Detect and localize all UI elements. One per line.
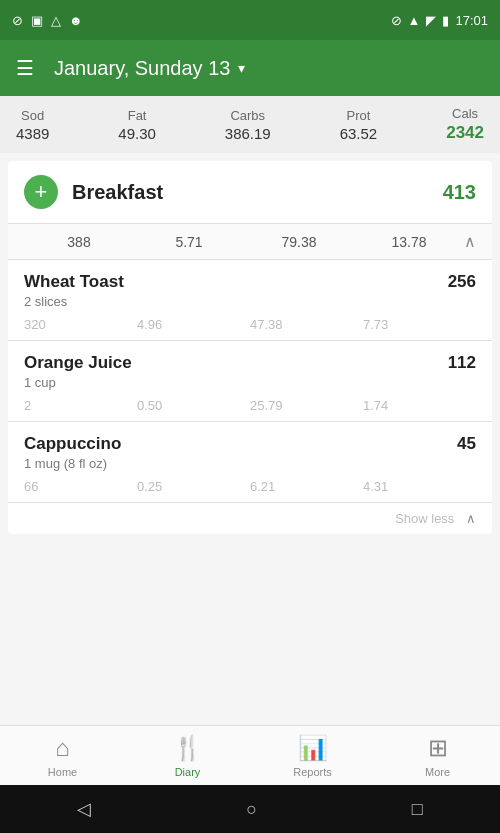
wt-carbs: 47.38 <box>250 317 363 332</box>
cals-value: 2342 <box>446 123 484 143</box>
add-food-button[interactable]: + <box>24 175 58 209</box>
cap-sod: 66 <box>24 479 137 494</box>
nutrition-summary: Sod 4389 Fat 49.30 Carbs 386.19 Prot 63.… <box>0 96 500 153</box>
clock: 17:01 <box>455 13 488 28</box>
toolbar-title: January, Sunday 13 ▾ <box>54 57 484 80</box>
recent-button[interactable]: □ <box>412 799 423 820</box>
food-nutrients-orange-juice: 2 0.50 25.79 1.74 <box>24 394 476 413</box>
sod-label: Sod <box>21 108 44 123</box>
food-calories-orange-juice: 112 <box>448 353 476 373</box>
meal-name: Breakfast <box>72 181 443 204</box>
reports-label: Reports <box>293 766 332 778</box>
carbs-value: 386.19 <box>225 125 271 142</box>
oj-fat: 0.50 <box>137 398 250 413</box>
fat-col: Fat 49.30 <box>118 108 156 142</box>
food-item-wheat-toast[interactable]: Wheat Toast 256 2 slices 320 4.96 47.38 … <box>8 260 492 341</box>
android-nav-bar: ◁ ○ □ <box>0 785 500 833</box>
food-name-wheat-toast: Wheat Toast <box>24 272 124 292</box>
sod-value: 4389 <box>16 125 49 142</box>
tablet-icon: ▣ <box>31 13 43 28</box>
food-item-cappuccino[interactable]: Cappuccino 45 1 mug (8 fl oz) 66 0.25 6.… <box>8 422 492 503</box>
more-label: More <box>425 766 450 778</box>
more-icon: ⊞ <box>428 734 448 762</box>
cap-carbs: 6.21 <box>250 479 363 494</box>
nav-item-more[interactable]: ⊞ More <box>375 726 500 785</box>
fat-value: 49.30 <box>118 125 156 142</box>
wifi-icon: ▲ <box>408 13 421 28</box>
home-label: Home <box>48 766 77 778</box>
back-button[interactable]: ◁ <box>77 798 91 820</box>
wt-prot: 7.73 <box>363 317 476 332</box>
status-icons-right: ⊘ ▲ ◤ ▮ 17:01 <box>391 13 488 28</box>
prot-col: Prot 63.52 <box>340 108 378 142</box>
home-button[interactable]: ○ <box>246 799 257 820</box>
food-nutrients-cappuccino: 66 0.25 6.21 4.31 <box>24 475 476 494</box>
main-content: + Breakfast 413 388 5.71 79.38 13.78 ∧ W… <box>8 161 492 534</box>
status-bar: ⊘ ▣ △ ☻ ⊘ ▲ ◤ ▮ 17:01 <box>0 0 500 40</box>
reports-icon: 📊 <box>298 734 328 762</box>
cals-col: Cals 2342 <box>446 106 484 143</box>
block-icon: ⊘ <box>391 13 402 28</box>
nav-item-diary[interactable]: 🍴 Diary <box>125 726 250 785</box>
collapse-icon[interactable]: ∧ <box>464 232 476 251</box>
food-nutrients-wheat-toast: 320 4.96 47.38 7.73 <box>24 313 476 332</box>
carbs-col: Carbs 386.19 <box>225 108 271 142</box>
prot-value: 63.52 <box>340 125 378 142</box>
battery-icon: ▮ <box>442 13 449 28</box>
food-calories-wheat-toast: 256 <box>448 272 476 292</box>
toolbar: ☰ January, Sunday 13 ▾ <box>0 40 500 96</box>
diary-icon: 🍴 <box>173 734 203 762</box>
show-less-icon[interactable]: ∧ <box>466 511 476 526</box>
meal-carbs: 79.38 <box>244 234 354 250</box>
food-name-cappuccino: Cappuccino <box>24 434 121 454</box>
fat-label: Fat <box>128 108 147 123</box>
meal-fat: 5.71 <box>134 234 244 250</box>
oj-sod: 2 <box>24 398 137 413</box>
meal-prot: 13.78 <box>354 234 464 250</box>
bottom-nav: ⌂ Home 🍴 Diary 📊 Reports ⊞ More <box>0 725 500 785</box>
food-serving-orange-juice: 1 cup <box>24 375 476 390</box>
carbs-label: Carbs <box>230 108 265 123</box>
warning-icon: △ <box>51 13 61 28</box>
food-serving-cappuccino: 1 mug (8 fl oz) <box>24 456 476 471</box>
hamburger-icon[interactable]: ☰ <box>16 56 34 80</box>
cals-label: Cals <box>452 106 478 121</box>
prot-label: Prot <box>347 108 371 123</box>
oj-carbs: 25.79 <box>250 398 363 413</box>
food-serving-wheat-toast: 2 slices <box>24 294 476 309</box>
food-item-orange-juice[interactable]: Orange Juice 112 1 cup 2 0.50 25.79 1.74 <box>8 341 492 422</box>
wt-fat: 4.96 <box>137 317 250 332</box>
sod-col: Sod 4389 <box>16 108 49 142</box>
wt-sod: 320 <box>24 317 137 332</box>
meal-sod: 388 <box>24 234 134 250</box>
signal-icon: ◤ <box>426 13 436 28</box>
food-name-orange-juice: Orange Juice <box>24 353 132 373</box>
home-icon: ⌂ <box>55 734 70 762</box>
cap-prot: 4.31 <box>363 479 476 494</box>
circle-icon: ⊘ <box>12 13 23 28</box>
cap-fat: 0.25 <box>137 479 250 494</box>
show-less-label: Show less <box>395 511 454 526</box>
nav-item-reports[interactable]: 📊 Reports <box>250 726 375 785</box>
oj-prot: 1.74 <box>363 398 476 413</box>
food-calories-cappuccino: 45 <box>457 434 476 454</box>
show-less-row: Show less ∧ <box>8 503 492 534</box>
nav-item-home[interactable]: ⌂ Home <box>0 726 125 785</box>
diary-label: Diary <box>175 766 201 778</box>
meal-totals-row: 388 5.71 79.38 13.78 ∧ <box>8 224 492 260</box>
status-icons-left: ⊘ ▣ △ ☻ <box>12 13 83 28</box>
meal-calories: 413 <box>443 181 476 204</box>
android-icon: ☻ <box>69 13 83 28</box>
breakfast-header: + Breakfast 413 <box>8 161 492 224</box>
dropdown-arrow-icon[interactable]: ▾ <box>238 60 245 76</box>
date-title: January, Sunday 13 <box>54 57 230 80</box>
